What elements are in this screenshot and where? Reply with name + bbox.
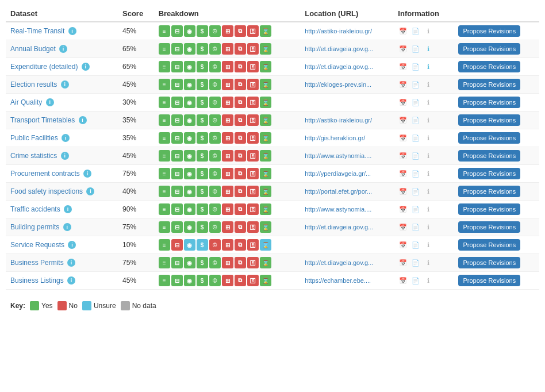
breakdown-icon-8[interactable]: ⌛ <box>260 150 271 162</box>
breakdown-icon-5[interactable]: ⊞ <box>222 97 233 108</box>
breakdown-icon-4[interactable]: © <box>209 43 221 55</box>
breakdown-icon-8[interactable]: ⌛ <box>260 132 271 144</box>
dataset-link[interactable]: Crime statistics <box>10 152 57 160</box>
calendar-icon[interactable]: 📅 <box>398 168 408 179</box>
info-circle-icon[interactable]: ℹ <box>423 222 433 232</box>
breakdown-icon-5[interactable]: ⊞ <box>222 114 233 126</box>
breakdown-icon-1[interactable]: ⊟ <box>171 97 183 108</box>
info-circle-icon[interactable]: ℹ <box>423 168 433 179</box>
info-circle-icon[interactable]: ℹ <box>423 275 433 286</box>
propose-revisions-button[interactable]: Propose Revisions <box>458 150 520 162</box>
document-icon[interactable]: 📄 <box>410 186 421 197</box>
dataset-info-icon[interactable]: i <box>82 63 90 71</box>
info-circle-icon[interactable]: ℹ <box>423 258 433 268</box>
breakdown-icon-1[interactable]: ⊟ <box>171 203 183 215</box>
breakdown-icon-8[interactable]: ⌛ <box>260 97 271 108</box>
dataset-link[interactable]: Procurement contracts <box>10 170 80 178</box>
breakdown-icon-7[interactable]: ⚿ <box>247 275 259 286</box>
breakdown-icon-0[interactable]: ≡ <box>159 61 170 72</box>
url-link[interactable]: https://echamber.ebe.... <box>305 277 371 284</box>
breakdown-icon-0[interactable]: ≡ <box>159 25 170 37</box>
breakdown-icon-4[interactable]: © <box>209 275 221 286</box>
url-link[interactable]: http://gis.heraklion.gr/ <box>305 134 365 141</box>
breakdown-icon-5[interactable]: ⊞ <box>222 25 233 37</box>
breakdown-icon-7[interactable]: ⚿ <box>247 114 259 126</box>
breakdown-icon-4[interactable]: © <box>209 25 221 37</box>
breakdown-icon-5[interactable]: ⊞ <box>222 150 233 162</box>
breakdown-icon-0[interactable]: ≡ <box>159 114 170 126</box>
breakdown-icon-6[interactable]: ⧉ <box>235 186 246 197</box>
url-link[interactable]: http://ekloges-prev.sin... <box>305 81 371 88</box>
breakdown-icon-5[interactable]: ⊞ <box>222 275 233 286</box>
breakdown-icon-5[interactable]: ⊞ <box>222 132 233 144</box>
info-circle-icon[interactable]: ℹ <box>423 97 433 107</box>
url-link[interactable]: http://et.diavgeia.gov.g... <box>305 259 373 266</box>
breakdown-icon-4[interactable]: © <box>209 203 221 215</box>
dataset-info-icon[interactable]: i <box>68 27 76 35</box>
propose-revisions-button[interactable]: Propose Revisions <box>458 132 520 144</box>
breakdown-icon-6[interactable]: ⧉ <box>235 43 246 55</box>
breakdown-icon-2[interactable]: ◉ <box>184 221 195 233</box>
breakdown-icon-4[interactable]: © <box>209 97 221 108</box>
url-link[interactable]: http://www.astynomia.... <box>305 152 371 159</box>
breakdown-icon-1[interactable]: ⊟ <box>171 25 183 37</box>
breakdown-icon-0[interactable]: ≡ <box>159 186 170 197</box>
document-icon[interactable]: 📄 <box>410 133 421 143</box>
breakdown-icon-6[interactable]: ⧉ <box>235 257 246 268</box>
breakdown-icon-1[interactable]: ⊟ <box>171 221 183 233</box>
breakdown-icon-4[interactable]: © <box>209 239 221 251</box>
document-icon[interactable]: 📄 <box>410 115 421 125</box>
document-icon[interactable]: 📄 <box>410 204 421 214</box>
breakdown-icon-4[interactable]: © <box>209 221 221 233</box>
breakdown-icon-7[interactable]: ⚿ <box>247 79 259 90</box>
propose-revisions-button[interactable]: Propose Revisions <box>458 79 520 90</box>
info-circle-icon[interactable]: ℹ <box>423 240 433 250</box>
breakdown-icon-6[interactable]: ⧉ <box>235 150 246 162</box>
breakdown-icon-7[interactable]: ⚿ <box>247 97 259 108</box>
breakdown-icon-5[interactable]: ⊞ <box>222 239 233 251</box>
url-link[interactable]: http://www.astynomia.... <box>305 206 371 213</box>
breakdown-icon-1[interactable]: ⊟ <box>171 132 183 144</box>
calendar-icon[interactable]: 📅 <box>398 133 408 143</box>
breakdown-icon-8[interactable]: ⌛ <box>260 79 271 90</box>
info-circle-icon[interactable]: ℹ <box>423 62 433 72</box>
dataset-link[interactable]: Real-Time Transit <box>10 27 64 35</box>
breakdown-icon-3[interactable]: $ <box>197 168 208 179</box>
breakdown-icon-2[interactable]: ◉ <box>184 203 195 215</box>
breakdown-icon-7[interactable]: ⚿ <box>247 61 259 72</box>
breakdown-icon-7[interactable]: ⚿ <box>247 221 259 233</box>
breakdown-icon-3[interactable]: $ <box>197 275 208 286</box>
propose-revisions-button[interactable]: Propose Revisions <box>458 186 520 197</box>
info-circle-icon[interactable]: ℹ <box>423 133 433 143</box>
document-icon[interactable]: 📄 <box>410 240 421 250</box>
breakdown-icon-2[interactable]: ◉ <box>184 79 195 90</box>
dataset-link[interactable]: Election results <box>10 80 57 89</box>
breakdown-icon-7[interactable]: ⚿ <box>247 132 259 144</box>
breakdown-icon-7[interactable]: ⚿ <box>247 203 259 215</box>
breakdown-icon-7[interactable]: ⚿ <box>247 239 259 251</box>
info-circle-icon[interactable]: ℹ <box>423 186 433 197</box>
dataset-info-icon[interactable]: i <box>62 134 70 142</box>
url-link[interactable]: http://et.diavgeia.gov.g... <box>305 45 373 52</box>
dataset-info-icon[interactable]: i <box>67 276 75 285</box>
info-circle-icon[interactable]: ℹ <box>423 44 433 54</box>
dataset-link[interactable]: Annual Budget <box>10 45 56 53</box>
breakdown-icon-3[interactable]: $ <box>197 79 208 90</box>
propose-revisions-button[interactable]: Propose Revisions <box>458 221 520 233</box>
calendar-icon[interactable]: 📅 <box>398 62 408 72</box>
breakdown-icon-2[interactable]: ◉ <box>184 150 195 162</box>
dataset-info-icon[interactable]: i <box>46 98 54 106</box>
info-circle-icon[interactable]: ℹ <box>423 204 433 214</box>
breakdown-icon-3[interactable]: $ <box>197 257 208 268</box>
breakdown-icon-6[interactable]: ⧉ <box>235 203 246 215</box>
breakdown-icon-8[interactable]: ⌛ <box>260 168 271 179</box>
propose-revisions-button[interactable]: Propose Revisions <box>458 61 520 72</box>
breakdown-icon-0[interactable]: ≡ <box>159 257 170 268</box>
breakdown-icon-6[interactable]: ⧉ <box>235 132 246 144</box>
breakdown-icon-6[interactable]: ⧉ <box>235 79 246 90</box>
dataset-info-icon[interactable]: i <box>61 152 69 160</box>
info-circle-icon[interactable]: ℹ <box>423 151 433 161</box>
document-icon[interactable]: 📄 <box>410 168 421 179</box>
document-icon[interactable]: 📄 <box>410 275 421 286</box>
breakdown-icon-7[interactable]: ⚿ <box>247 150 259 162</box>
